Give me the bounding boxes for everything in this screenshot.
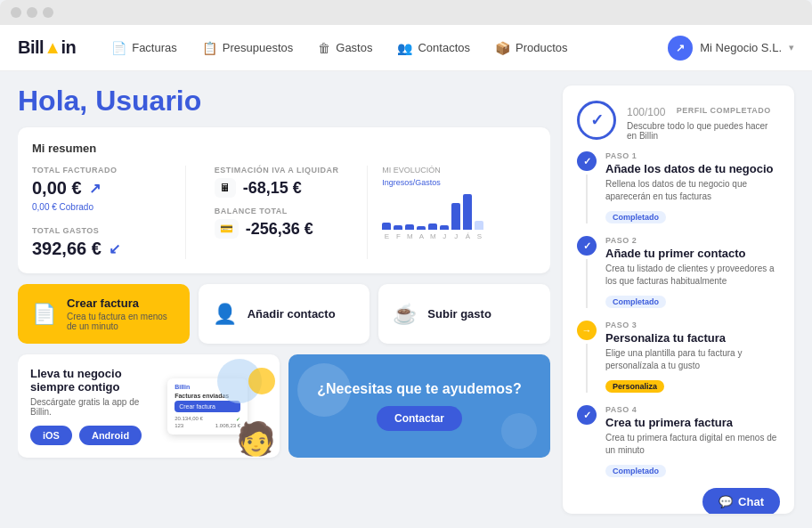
help-card: ¿Necesitas que te ayudemos? Contactar [288, 354, 550, 458]
progress-desc: Descubre todo lo que puedes hacer en Bil… [627, 121, 780, 141]
facturado-sub: 0,00 € Cobrado [32, 202, 171, 212]
nav-presupuestos[interactable]: 📋 Presupuestos [191, 36, 304, 61]
progress-check-icon: ✓ [590, 110, 604, 130]
topnav: Bill▲in 📄 Facturas 📋 Presupuestos 🗑 Gast… [0, 25, 812, 71]
anadir-contacto-title: Añadir contacto [248, 307, 336, 321]
gastos-trend-icon: ↙ [109, 240, 120, 257]
user-label: Mi Negocio S.L. [700, 41, 782, 54]
chat-button[interactable]: 💬 Chat [702, 488, 780, 514]
chart-area: MI EVOLUCIÓN Ingresos/Gastos EFMAMJJÁS [382, 166, 536, 240]
step1-content: PASO 1 Añade los datos de tu negocio Rel… [605, 151, 780, 223]
action-row: 📄 Crear factura Crea tu factura en menos… [18, 284, 550, 344]
step4-indicator: ✓ [577, 405, 597, 477]
step2-item: ✓ PASO 2 Añade tu primer contacto Crea t… [577, 236, 780, 308]
nav-productos[interactable]: 📦 Productos [484, 36, 579, 61]
anadir-contacto-icon: 👤 [213, 303, 237, 326]
app-crear-btn[interactable]: Crear factura [175, 401, 240, 412]
maximize-btn[interactable] [43, 7, 53, 18]
step4-title: Crea tu primera factura [605, 416, 780, 429]
step2-icon: ✓ [577, 236, 597, 256]
gastos-icon: 🗑 [318, 41, 330, 55]
step2-number: PASO 2 [605, 236, 780, 245]
summary-card: Mi resumen TOTAL FACTURADO 0,00 € ↗ 0,00… [18, 127, 550, 273]
minimize-btn[interactable] [27, 7, 37, 18]
promo-title: Lleva tu negocio siempre contigo [30, 367, 149, 394]
crear-factura-desc: Crea tu factura en menos de un minuto [67, 312, 175, 331]
user-chevron-icon[interactable]: ▾ [789, 42, 794, 53]
step1-badge: Completado [605, 211, 666, 223]
nav-facturas[interactable]: 📄 Facturas [101, 36, 188, 61]
step1-icon: ✓ [577, 151, 597, 171]
progress-label: PERFIL COMPLETADO [677, 106, 771, 115]
chat-btn-area: 💬 Chat [577, 488, 780, 514]
help-blob1 [297, 363, 351, 417]
chart-month-label: J [440, 232, 449, 240]
chart-month-label: F [394, 232, 402, 240]
anadir-contacto-text: Añadir contacto [248, 307, 336, 321]
step4-badge: Completado [605, 465, 666, 477]
step4-desc: Crea tu primera factura digital en menos… [605, 432, 780, 457]
progress-header: ✓ 100/100 PERFIL COMPLETADO Descubre tod… [577, 100, 780, 141]
chart-month-label: A [417, 232, 426, 240]
logo-accent: ▲ [44, 37, 61, 57]
facturado-label: TOTAL FACTURADO [32, 166, 171, 175]
chart-bar [463, 194, 472, 230]
step3-desc: Elige una plantilla para tu factura y pe… [605, 347, 780, 372]
nav-facturas-label: Facturas [132, 41, 177, 54]
step1-desc: Rellena los datos de tu negocio que apar… [605, 178, 780, 203]
app-row2: 1231.008,23 € [175, 423, 240, 428]
step3-badge[interactable]: Personaliza [605, 380, 664, 393]
chart-bar [405, 224, 414, 230]
chart-bar [451, 203, 460, 230]
nav-gastos[interactable]: 🗑 Gastos [307, 36, 383, 61]
step1-title: Añade los datos de tu negocio [605, 162, 780, 175]
app-row1: 20.134,00 €✓ [175, 416, 240, 422]
facturado-value: 0,00 € [32, 178, 82, 199]
progress-circle: ✓ [577, 101, 616, 140]
main-area: Hola, Usuario Mi resumen TOTAL FACTURADO… [0, 71, 812, 528]
gastos-label: TOTAL GASTOS [32, 226, 171, 235]
chart-label: MI EVOLUCIÓN [382, 166, 441, 175]
step4-number: PASO 4 [605, 405, 780, 414]
crear-factura-text: Crear factura Crea tu factura en menos d… [67, 296, 175, 331]
contactos-icon: 👥 [397, 41, 412, 55]
crear-factura-card[interactable]: 📄 Crear factura Crea tu factura en menos… [18, 284, 190, 344]
nav-items: 📄 Facturas 📋 Presupuestos 🗑 Gastos 👥 Con… [101, 36, 668, 61]
presupuestos-icon: 📋 [202, 41, 217, 55]
nav-contactos[interactable]: 👥 Contactos [386, 36, 481, 61]
anadir-contacto-card[interactable]: 👤 Añadir contacto [199, 284, 370, 344]
chart-month-label: S [475, 232, 483, 240]
greeting-heading: Hola, Usuario [18, 85, 550, 117]
ios-button[interactable]: iOS [30, 426, 72, 445]
subir-gasto-card[interactable]: ☕ Subir gasto [378, 284, 550, 344]
chart-month-label: Á [463, 232, 472, 240]
step4-content: PASO 4 Crea tu primera factura Crea tu p… [605, 405, 780, 477]
contact-button[interactable]: Contactar [377, 406, 462, 431]
step3-icon: → [577, 321, 597, 340]
chart-month-label: E [382, 232, 391, 240]
step2-desc: Crea tu listado de clientes y proveedore… [605, 263, 780, 288]
chart-sublabel: Ingresos/Gastos [382, 178, 441, 187]
summary-grid: TOTAL FACTURADO 0,00 € ↗ 0,00 € Cobrado … [32, 166, 536, 259]
step4-item: ✓ PASO 4 Crea tu primera factura Crea tu… [577, 405, 780, 477]
nav-productos-label: Productos [516, 41, 568, 54]
chart-bar [417, 226, 426, 230]
window-chrome [0, 0, 812, 25]
promo-card: Lleva tu negocio siempre contigo Descárg… [18, 354, 280, 458]
android-button[interactable]: Android [79, 426, 142, 445]
character-figure: 🧑 [236, 420, 276, 458]
crear-factura-icon: 📄 [32, 303, 56, 326]
chat-label: Chat [738, 495, 764, 508]
subir-gasto-title: Subir gasto [427, 307, 491, 321]
gastos-value: 392,66 € [32, 239, 102, 259]
promo-desc: Descárgate gratis la app de Billin. [30, 397, 149, 417]
progress-text: 100/100 PERFIL COMPLETADO Descubre todo … [627, 100, 780, 141]
close-btn[interactable] [11, 7, 21, 18]
chart-bar [382, 223, 391, 230]
progress-max: /100 [645, 106, 665, 118]
chart-bar [428, 223, 437, 230]
step1-item: ✓ PASO 1 Añade los datos de tu negocio R… [577, 151, 780, 223]
summary-col-facturado: TOTAL FACTURADO 0,00 € ↗ 0,00 € Cobrado … [32, 166, 186, 259]
nav-right: ↗ Mi Negocio S.L. ▾ [668, 36, 794, 61]
step1-number: PASO 1 [605, 151, 780, 160]
